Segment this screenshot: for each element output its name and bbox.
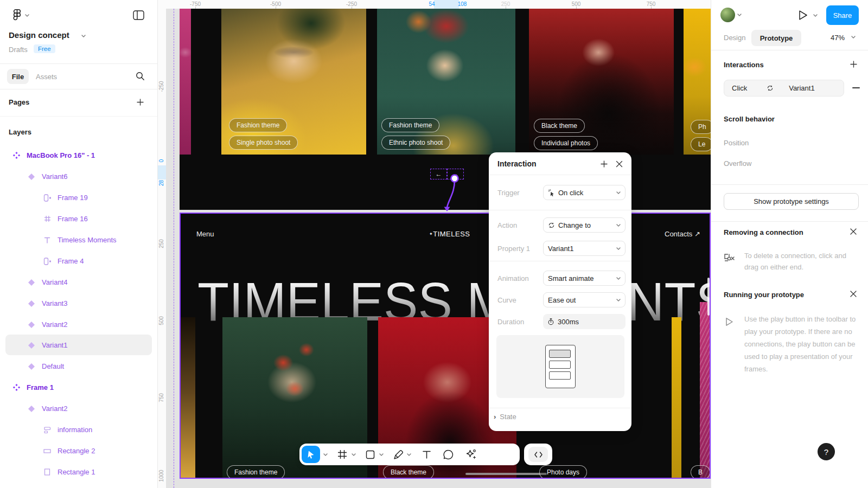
action-select[interactable]: Change to: [543, 217, 626, 233]
tag-pill-partial[interactable]: Ph: [691, 120, 711, 134]
animation-select[interactable]: Smart animate: [543, 271, 626, 286]
shape-tool-button[interactable]: [366, 450, 375, 459]
tag-pill[interactable]: Individual photos: [534, 136, 598, 150]
close-icon[interactable]: [616, 160, 623, 168]
text-tool-button[interactable]: [422, 450, 431, 459]
add-interaction-icon[interactable]: [601, 160, 608, 168]
tag-pill[interactable]: Ethnic photo shoot: [381, 136, 450, 150]
close-icon[interactable]: [850, 291, 857, 297]
plan-badge[interactable]: Free: [34, 44, 55, 53]
avatar[interactable]: [720, 8, 735, 22]
variant-diamond-icon: [27, 406, 36, 412]
tag-pill[interactable]: Fashion theme: [381, 118, 439, 132]
trigger-select[interactable]: On click: [543, 185, 626, 200]
chevron-down-icon: [616, 191, 621, 194]
tag-pill[interactable]: Fashion theme: [227, 465, 285, 479]
dev-mode-toggle[interactable]: [524, 444, 552, 465]
duration-field[interactable]: 300ms: [543, 314, 626, 329]
site-brand[interactable]: ✦TIMELESS: [429, 230, 470, 238]
layer-row-variant3[interactable]: Variant3: [0, 293, 184, 314]
actions-tool-button[interactable]: [465, 449, 477, 460]
tag-pill[interactable]: Fashion theme: [229, 118, 287, 132]
photo-pink-column[interactable]: [700, 302, 711, 479]
rectangle-wide-icon: [43, 448, 52, 454]
layer-row-default[interactable]: Default: [0, 356, 184, 377]
shape-tool-chevron-icon[interactable]: [379, 453, 384, 456]
layer-row-variant4[interactable]: Variant4: [0, 272, 184, 293]
move-tool-chevron-icon[interactable]: [323, 453, 328, 456]
comment-tool-button[interactable]: [443, 450, 454, 460]
layer-row-variant6[interactable]: Variant6: [0, 166, 184, 187]
breadcrumb[interactable]: Drafts: [9, 46, 28, 54]
photo-pink-sliver[interactable]: [180, 9, 191, 155]
state-section-toggle[interactable]: ›State: [494, 413, 516, 421]
layer-row-variant2-b[interactable]: Variant2: [0, 398, 184, 419]
horizontal-scrollbar[interactable]: [465, 473, 547, 475]
play-options-chevron-icon[interactable]: [813, 14, 818, 17]
tag-pill[interactable]: Photo days: [539, 465, 587, 479]
tag-pill[interactable]: Single photo shoot: [229, 136, 298, 150]
tab-file[interactable]: File: [7, 69, 29, 84]
main-menu-chevron-icon[interactable]: [25, 14, 29, 17]
interaction-row[interactable]: Click Variant1: [724, 80, 844, 97]
close-icon[interactable]: [850, 228, 857, 235]
frame-tool-button[interactable]: [337, 450, 347, 459]
remove-interaction-icon[interactable]: [852, 87, 860, 88]
tag-pill[interactable]: Black theme: [534, 119, 585, 133]
animation-label: Animation: [497, 274, 529, 282]
toggle-sidebar-icon[interactable]: [133, 10, 144, 20]
layer-row-rectangle2[interactable]: Rectangle 2: [0, 440, 200, 461]
ruler-top[interactable]: -750 -500 -250 54 108 250 500 750: [157, 0, 711, 9]
layer-row-timeless-moments[interactable]: Timeless Moments: [0, 229, 200, 251]
property-select[interactable]: Variant1: [543, 241, 626, 256]
chevron-down-icon: [616, 247, 621, 250]
layer-row-frame4[interactable]: Frame 4: [0, 251, 200, 272]
share-button[interactable]: Share: [826, 5, 859, 25]
zoom-level[interactable]: 47%: [831, 34, 845, 42]
frame-scrollbar[interactable]: [707, 278, 710, 316]
layer-row-variant2[interactable]: Variant2: [0, 314, 184, 335]
pen-tool-chevron-icon[interactable]: [407, 453, 411, 456]
add-page-icon[interactable]: [137, 99, 144, 106]
tab-assets[interactable]: Assets: [36, 73, 57, 81]
layer-row-rectangle1[interactable]: Rectangle 1: [0, 461, 200, 483]
prototype-connector[interactable]: [423, 163, 472, 217]
on-click-icon: [548, 189, 555, 196]
file-title-chevron-icon[interactable]: [81, 35, 86, 37]
figma-logo-icon[interactable]: [11, 9, 23, 22]
tab-prototype[interactable]: Prototype: [751, 30, 801, 46]
tag-pill-partial[interactable]: B: [691, 465, 710, 479]
layer-row-variant1-selected[interactable]: Variant1: [0, 335, 184, 356]
layer-row-macbook[interactable]: MacBook Pro 16" - 1: [0, 145, 169, 166]
layer-label: Variant2: [42, 320, 67, 329]
move-tool-button[interactable]: [302, 446, 320, 463]
layer-row-frame16[interactable]: Frame 16: [0, 208, 200, 229]
layer-row-frame1[interactable]: Frame 1: [0, 377, 169, 398]
left-sidebar: Design concept Drafts Free File Assets P…: [0, 0, 158, 488]
layer-label: Frame 19: [58, 194, 88, 202]
layer-row-frame19[interactable]: Frame 19: [0, 187, 200, 208]
curve-select[interactable]: Ease out: [543, 292, 626, 307]
pages-header[interactable]: Pages: [9, 98, 29, 106]
photo-fashion-ethnic[interactable]: [377, 9, 515, 155]
layer-row-information[interactable]: information: [0, 419, 200, 440]
photo-yellow-column[interactable]: [672, 317, 681, 479]
connector-handle[interactable]: [451, 175, 458, 182]
file-title[interactable]: Design concept: [9, 30, 69, 40]
add-interaction-icon[interactable]: [850, 61, 857, 68]
tag-pill[interactable]: Black theme: [383, 465, 434, 479]
pen-tool-button[interactable]: [393, 450, 404, 460]
frame-tool-chevron-icon[interactable]: [352, 453, 356, 456]
show-prototype-settings-button[interactable]: Show prototype settings: [724, 193, 859, 210]
preview-frame-illustration: [545, 345, 576, 388]
search-icon[interactable]: [136, 72, 145, 81]
play-prototype-icon[interactable]: [798, 10, 808, 21]
tag-pill-partial[interactable]: Le: [691, 137, 711, 151]
account-chevron-icon[interactable]: [737, 14, 742, 16]
help-button[interactable]: ?: [818, 443, 835, 460]
site-contacts-link[interactable]: Contacts ↗: [665, 230, 700, 238]
zoom-chevron-icon[interactable]: [851, 36, 856, 38]
brand-text: TIMELESS: [433, 230, 470, 238]
tab-design[interactable]: Design: [724, 34, 745, 42]
photo-fashion-single[interactable]: [221, 9, 366, 155]
